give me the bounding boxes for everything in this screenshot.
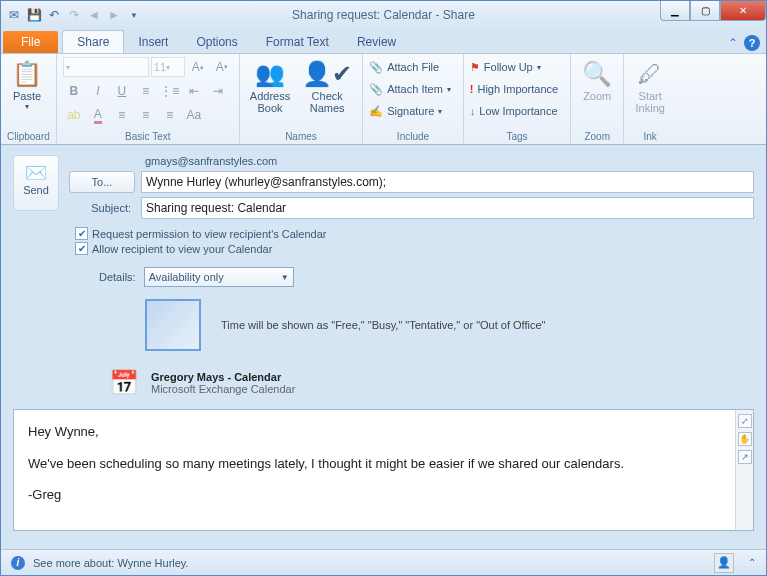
address-book-label: Address Book bbox=[250, 90, 290, 114]
highlight-icon[interactable]: ab bbox=[63, 104, 85, 126]
help-icon[interactable]: ? bbox=[744, 35, 760, 51]
attach-file-button[interactable]: 📎Attach File bbox=[369, 56, 451, 78]
align-left-icon[interactable]: ≡ bbox=[111, 104, 133, 126]
underline-icon[interactable]: U bbox=[111, 80, 133, 102]
group-basic-text-label: Basic Text bbox=[63, 130, 233, 144]
availability-note: Time will be shown as "Free," "Busy," "T… bbox=[221, 319, 545, 331]
check-names-button[interactable]: 👤✔ Check Names bbox=[298, 56, 356, 116]
tool-hand-icon[interactable]: ✋ bbox=[738, 432, 752, 446]
group-basic-text: ▾ 11▾ A▴ A▾ B I U ≡ ⋮≡ ⇤ ⇥ ab A ≡ bbox=[57, 54, 240, 144]
next-icon[interactable]: ► bbox=[105, 6, 123, 24]
numbering-icon[interactable]: ⋮≡ bbox=[159, 80, 181, 102]
zoom-button[interactable]: 🔍 Zoom bbox=[577, 56, 617, 104]
group-tags-label: Tags bbox=[470, 130, 564, 144]
tab-options[interactable]: Options bbox=[182, 31, 251, 53]
status-text[interactable]: See more about: Wynne Hurley. bbox=[33, 557, 189, 569]
status-bar: i See more about: Wynne Hurley. 👤 ⌃ bbox=[1, 549, 766, 575]
tab-insert[interactable]: Insert bbox=[124, 31, 182, 53]
ribbon: 📋 Paste ▾ Clipboard ▾ 11▾ A▴ A▾ B I U ≡ bbox=[1, 53, 766, 145]
font-name-combo[interactable]: ▾ bbox=[63, 57, 149, 77]
paste-label: Paste bbox=[13, 90, 41, 102]
signature-button[interactable]: ✍Signature▾ bbox=[369, 100, 451, 122]
bullets-icon[interactable]: ≡ bbox=[135, 80, 157, 102]
font-size-combo[interactable]: 11▾ bbox=[151, 57, 185, 77]
address-book-icon: 👥 bbox=[255, 58, 285, 90]
start-inking-button[interactable]: 🖊 Start Inking bbox=[630, 56, 670, 116]
save-icon[interactable]: 💾 bbox=[25, 6, 43, 24]
to-input[interactable] bbox=[141, 171, 754, 193]
title-bar: ✉ 💾 ↶ ↷ ◄ ► ▼ Sharing request: Calendar … bbox=[1, 1, 766, 29]
tool-expand-icon[interactable]: ⤢ bbox=[738, 414, 752, 428]
group-zoom: 🔍 Zoom Zoom bbox=[571, 54, 624, 144]
tab-review[interactable]: Review bbox=[343, 31, 410, 53]
clipboard-icon: 📋 bbox=[12, 58, 42, 90]
shrink-font-icon[interactable]: A▾ bbox=[211, 56, 233, 78]
zoom-label: Zoom bbox=[583, 90, 611, 102]
chevron-up-icon[interactable]: ⌃ bbox=[748, 557, 756, 568]
close-button[interactable]: ✕ bbox=[720, 1, 766, 21]
app-icon[interactable]: ✉ bbox=[5, 6, 23, 24]
align-center-icon[interactable]: ≡ bbox=[135, 104, 157, 126]
message-body-container: Hey Wynne, We've been scheduling so many… bbox=[13, 409, 754, 531]
tab-share[interactable]: Share bbox=[62, 30, 124, 53]
envelope-icon: ✉️ bbox=[25, 162, 47, 184]
high-importance-button[interactable]: !High Importance bbox=[470, 78, 558, 100]
indent-left-icon[interactable]: ⇤ bbox=[183, 80, 205, 102]
group-include: 📎Attach File 📎Attach Item▾ ✍Signature▾ I… bbox=[363, 54, 464, 144]
to-button[interactable]: To... bbox=[69, 171, 135, 193]
window-title: Sharing request: Calendar - Share bbox=[292, 8, 475, 22]
from-address: gmays@sanfranstyles.com bbox=[69, 155, 754, 167]
low-importance-button[interactable]: ↓Low Importance bbox=[470, 100, 558, 122]
message-body[interactable]: Hey Wynne, We've been scheduling so many… bbox=[14, 410, 735, 530]
attach-item-icon: 📎 bbox=[369, 83, 383, 96]
send-label: Send bbox=[23, 184, 49, 196]
allow-view-checkbox[interactable]: ✔ Allow recipient to view your Calendar bbox=[75, 242, 754, 255]
attach-item-button[interactable]: 📎Attach Item▾ bbox=[369, 78, 451, 100]
paste-button[interactable]: 📋 Paste ▾ bbox=[7, 56, 47, 113]
send-button[interactable]: ✉️ Send bbox=[13, 155, 59, 211]
quick-access-toolbar: ✉ 💾 ↶ ↷ ◄ ► ▼ bbox=[5, 6, 143, 24]
file-tab[interactable]: File bbox=[3, 31, 58, 53]
contact-avatar[interactable]: 👤 bbox=[714, 553, 734, 573]
calendar-icon: 📅 bbox=[109, 369, 139, 397]
subject-input[interactable] bbox=[141, 197, 754, 219]
grow-font-icon[interactable]: A▴ bbox=[187, 56, 209, 78]
checkbox-icon: ✔ bbox=[75, 242, 88, 255]
message-header: ✉️ Send gmays@sanfranstyles.com To... Su… bbox=[1, 145, 766, 403]
high-importance-icon: ! bbox=[470, 83, 474, 95]
italic-icon[interactable]: I bbox=[87, 80, 109, 102]
check-names-icon: 👤✔ bbox=[302, 58, 352, 90]
request-permission-checkbox[interactable]: ✔ Request permission to view recipient's… bbox=[75, 227, 754, 240]
minimize-button[interactable]: ▁ bbox=[660, 1, 690, 21]
indent-right-icon[interactable]: ⇥ bbox=[207, 80, 229, 102]
address-book-button[interactable]: 👥 Address Book bbox=[246, 56, 294, 116]
info-icon: i bbox=[11, 556, 25, 570]
redo-icon[interactable]: ↷ bbox=[65, 6, 83, 24]
message-side-tools: ⤢ ✋ ↗ bbox=[735, 410, 753, 530]
tool-arrow-icon[interactable]: ↗ bbox=[738, 450, 752, 464]
clear-format-icon[interactable]: Aa bbox=[183, 104, 205, 126]
group-ink-label: Ink bbox=[630, 130, 670, 144]
check-names-label: Check Names bbox=[310, 90, 345, 114]
group-zoom-label: Zoom bbox=[577, 130, 617, 144]
prev-icon[interactable]: ◄ bbox=[85, 6, 103, 24]
subject-label: Subject: bbox=[69, 202, 135, 214]
ribbon-tabs: File Share Insert Options Format Text Re… bbox=[1, 29, 766, 53]
align-right-icon[interactable]: ≡ bbox=[159, 104, 181, 126]
follow-up-button[interactable]: ⚑Follow Up▾ bbox=[470, 56, 558, 78]
window-controls: ▁ ▢ ✕ bbox=[660, 1, 766, 21]
maximize-button[interactable]: ▢ bbox=[690, 1, 720, 21]
tab-format-text[interactable]: Format Text bbox=[252, 31, 343, 53]
flag-icon: ⚑ bbox=[470, 61, 480, 74]
allow-view-label: Allow recipient to view your Calendar bbox=[92, 243, 272, 255]
message-line: -Greg bbox=[28, 485, 721, 505]
details-dropdown[interactable]: Availability only ▼ bbox=[144, 267, 294, 287]
minimize-ribbon-icon[interactable]: ⌃ bbox=[728, 36, 738, 50]
message-line: We've been scheduling so many meetings l… bbox=[28, 454, 721, 474]
font-color-icon[interactable]: A bbox=[87, 104, 109, 126]
undo-icon[interactable]: ↶ bbox=[45, 6, 63, 24]
bold-icon[interactable]: B bbox=[63, 80, 85, 102]
group-tags: ⚑Follow Up▾ !High Importance ↓Low Import… bbox=[464, 54, 571, 144]
qat-dropdown-icon[interactable]: ▼ bbox=[125, 6, 143, 24]
calendar-type: Microsoft Exchange Calendar bbox=[151, 383, 295, 395]
